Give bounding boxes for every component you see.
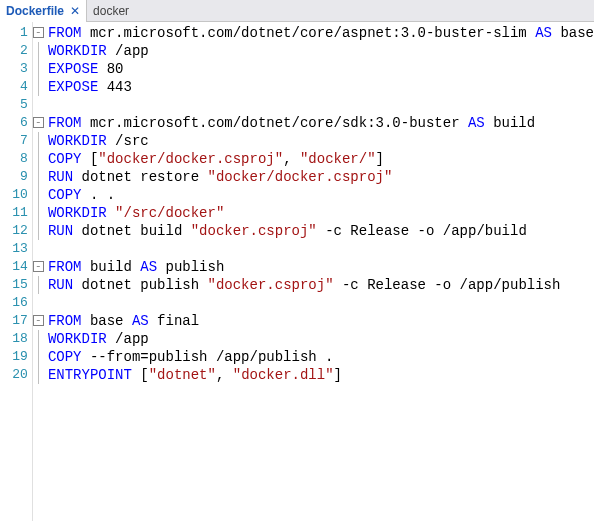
line-number: 3 [0,60,28,78]
line-number-gutter: 1234567891011121314151617181920 [0,22,33,521]
line-number: 1 [0,24,28,42]
line-number: 5 [0,96,28,114]
code-line[interactable]: EXPOSE 80 [48,60,594,78]
code-line[interactable]: COPY ["docker/docker.csproj", "docker/"] [48,150,594,168]
code-line[interactable] [48,294,594,312]
code-line[interactable] [48,240,594,258]
line-number: 11 [0,204,28,222]
token-plain: , [283,151,300,167]
token-kw: FROM [48,313,82,329]
token-plain: -c Release -o /app/build [317,223,527,239]
token-str: "/src/docker" [115,205,224,221]
token-plain: . . [81,187,115,203]
token-kw: WORKDIR [48,43,107,59]
fold-guide [33,240,44,258]
token-kw: WORKDIR [48,133,107,149]
line-number: 7 [0,132,28,150]
fold-guide [33,96,44,114]
editor-window: Dockerfile ✕ docker 12345678910111213141… [0,0,594,521]
code-line[interactable]: FROM mcr.microsoft.com/dotnet/core/sdk:3… [48,114,594,132]
tab-label: docker [93,4,129,18]
code-content[interactable]: FROM mcr.microsoft.com/dotnet/core/aspne… [44,22,594,521]
token-kw: COPY [48,151,82,167]
fold-guide [33,168,44,186]
fold-guide [33,78,44,96]
line-number: 17 [0,312,28,330]
token-kw: AS [535,25,552,41]
fold-toggle-icon[interactable] [33,114,44,132]
code-line[interactable]: FROM base AS final [48,312,594,330]
token-plain: base [552,25,594,41]
code-line[interactable]: RUN dotnet build "docker.csproj" -c Rele… [48,222,594,240]
fold-toggle-icon[interactable] [33,258,44,276]
token-kw: RUN [48,169,73,185]
token-kw: AS [132,313,149,329]
fold-guide [33,276,44,294]
line-number: 16 [0,294,28,312]
line-number: 2 [0,42,28,60]
fold-guide [33,222,44,240]
line-number: 12 [0,222,28,240]
fold-toggle-icon[interactable] [33,24,44,42]
code-line[interactable]: RUN dotnet publish "docker.csproj" -c Re… [48,276,594,294]
code-line[interactable]: WORKDIR /src [48,132,594,150]
code-line[interactable]: ENTRYPOINT ["dotnet", "docker.dll"] [48,366,594,384]
line-number: 9 [0,168,28,186]
token-str: "docker/docker.csproj" [98,151,283,167]
code-line[interactable]: COPY . . [48,186,594,204]
line-number: 13 [0,240,28,258]
fold-column [33,22,44,521]
fold-guide [33,348,44,366]
tab-dockerfile[interactable]: Dockerfile ✕ [0,0,87,22]
token-plain: dotnet publish [73,277,207,293]
line-number: 19 [0,348,28,366]
code-editor[interactable]: 1234567891011121314151617181920 FROM mcr… [0,22,594,521]
fold-guide [33,330,44,348]
token-kw: RUN [48,223,73,239]
code-line[interactable]: WORKDIR "/src/docker" [48,204,594,222]
code-line[interactable]: FROM mcr.microsoft.com/dotnet/core/aspne… [48,24,594,42]
token-kw: AS [468,115,485,131]
token-str: "dotnet" [149,367,216,383]
token-plain: mcr.microsoft.com/dotnet/core/aspnet:3.0… [81,25,535,41]
token-plain: build [81,259,140,275]
token-plain: dotnet restore [73,169,207,185]
fold-guide [33,294,44,312]
line-number: 15 [0,276,28,294]
token-plain: /app [107,43,149,59]
code-line[interactable]: WORKDIR /app [48,330,594,348]
tab-docker[interactable]: docker [87,0,135,22]
fold-guide [33,186,44,204]
code-line[interactable]: EXPOSE 443 [48,78,594,96]
token-kw: WORKDIR [48,331,107,347]
code-line[interactable]: RUN dotnet restore "docker/docker.csproj… [48,168,594,186]
line-number: 6 [0,114,28,132]
code-line[interactable]: COPY --from=publish /app/publish . [48,348,594,366]
token-plain: , [216,367,233,383]
token-kw: COPY [48,349,82,365]
token-plain: publish [157,259,224,275]
token-kw: EXPOSE [48,61,98,77]
token-plain: ] [376,151,384,167]
token-kw: FROM [48,259,82,275]
close-icon[interactable]: ✕ [70,4,80,18]
line-number: 18 [0,330,28,348]
fold-guide [33,150,44,168]
token-plain: [ [132,367,149,383]
fold-toggle-icon[interactable] [33,312,44,330]
token-plain: --from=publish /app/publish . [81,349,333,365]
token-plain [107,205,115,221]
tab-bar: Dockerfile ✕ docker [0,0,594,22]
fold-guide [33,132,44,150]
token-plain: mcr.microsoft.com/dotnet/core/sdk:3.0-bu… [81,115,467,131]
token-str: "docker.csproj" [208,277,334,293]
token-kw: WORKDIR [48,205,107,221]
code-line[interactable]: WORKDIR /app [48,42,594,60]
token-kw: FROM [48,115,82,131]
fold-guide [33,60,44,78]
fold-guide [33,42,44,60]
code-line[interactable] [48,96,594,114]
token-plain: build [485,115,535,131]
code-line[interactable]: FROM build AS publish [48,258,594,276]
tab-label: Dockerfile [6,4,64,18]
